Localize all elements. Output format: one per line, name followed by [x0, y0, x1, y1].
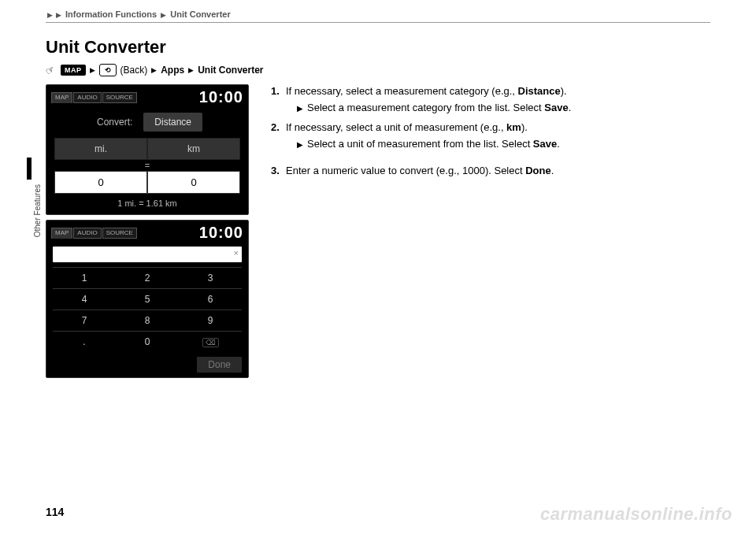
key-4[interactable]: 4 [53, 288, 116, 310]
key-3[interactable]: 3 [179, 267, 242, 288]
unit-right[interactable]: km [147, 138, 240, 160]
key-1[interactable]: 1 [53, 267, 116, 288]
tab-map[interactable]: MAP [51, 228, 72, 239]
step-text: ). [561, 85, 567, 97]
screen-converter: MAP AUDIO SOURCE 10:00 Convert: Distance… [46, 84, 249, 215]
back-label: (Back) [120, 65, 148, 76]
triangle-right-icon: ▶ [161, 11, 166, 19]
nav-apps: Apps [161, 65, 184, 76]
key-0[interactable]: 0 [116, 331, 179, 352]
unit-left[interactable]: mi. [54, 138, 147, 160]
tab-audio[interactable]: AUDIO [73, 228, 101, 239]
triangle-right-icon: ▶ [47, 11, 53, 19]
breadcrumb-page: Unit Converter [170, 9, 230, 19]
nav-unitconv: Unit Converter [198, 65, 263, 76]
hand-icon: ☞ [43, 63, 57, 78]
key-8[interactable]: 8 [116, 310, 179, 331]
step-num: 2. [271, 121, 282, 152]
equals-label: = [46, 161, 248, 170]
substep-text: . [569, 102, 572, 113]
keypad: 1 2 3 4 5 6 7 8 9 . 0 ⌫ [53, 267, 242, 352]
step-text: Enter a numeric value to convert (e.g., … [286, 165, 525, 176]
clock: 10:00 [199, 88, 243, 106]
numeric-input[interactable]: × [53, 247, 242, 262]
triangle-right-icon: ▶ [297, 139, 303, 152]
triangle-right-icon: ▶ [56, 11, 61, 19]
key-7[interactable]: 7 [53, 310, 116, 331]
key-9[interactable]: 9 [179, 310, 242, 331]
step-text: ). [521, 121, 528, 133]
side-label: Other Features [33, 184, 42, 237]
instructions: 1. If necessary, select a measurement ca… [271, 84, 710, 184]
step-bold: Done [525, 165, 551, 176]
breadcrumb: ▶▶ Information Functions ▶ Unit Converte… [46, 9, 710, 19]
watermark: carmanualsonline.info [540, 504, 732, 525]
tab-source[interactable]: SOURCE [102, 228, 137, 239]
triangle-right-icon: ▶ [188, 66, 194, 74]
clock: 10:00 [199, 224, 243, 242]
step-num: 1. [271, 84, 282, 116]
tab-source[interactable]: SOURCE [102, 92, 137, 103]
substep-text: Select a measurement category from the l… [307, 102, 544, 113]
tab-audio[interactable]: AUDIO [73, 92, 101, 103]
clear-icon[interactable]: × [234, 248, 239, 258]
breadcrumb-section: Information Functions [65, 9, 157, 19]
side-bar [27, 158, 32, 180]
category-button[interactable]: Distance [143, 113, 202, 132]
key-6[interactable]: 6 [179, 288, 242, 310]
done-button[interactable]: Done [197, 357, 242, 373]
triangle-right-icon: ▶ [90, 66, 95, 74]
back-icon: ⟲ [99, 64, 117, 76]
key-backspace[interactable]: ⌫ [179, 331, 242, 352]
tab-map[interactable]: MAP [51, 92, 72, 103]
substep-text: . [557, 138, 560, 150]
substep-bold: Save [544, 102, 568, 113]
triangle-right-icon: ▶ [151, 66, 157, 74]
screen-keypad: MAP AUDIO SOURCE 10:00 × 1 2 3 4 5 6 7 8 [46, 220, 249, 378]
step-text: If necessary, select a unit of measureme… [286, 121, 506, 133]
value-right[interactable]: 0 [147, 171, 240, 194]
key-5[interactable]: 5 [116, 288, 179, 310]
step-text: If necessary, select a measurement categ… [286, 85, 518, 97]
substep-bold: Save [533, 138, 557, 150]
step-bold: Distance [518, 85, 561, 97]
divider [46, 22, 710, 23]
step-num: 3. [271, 164, 282, 179]
key-2[interactable]: 2 [116, 267, 179, 288]
nav-path: ☞ MAP ▶ ⟲ (Back) ▶ Apps ▶ Unit Converter [46, 64, 710, 76]
convert-label: Convert: [92, 113, 137, 132]
formula-label: 1 mi. = 1.61 km [46, 198, 248, 208]
backspace-icon: ⌫ [202, 338, 219, 347]
map-badge: MAP [61, 65, 86, 76]
side-tab: Other Features [27, 158, 41, 236]
page-number: 114 [46, 506, 64, 518]
screenshot-column: MAP AUDIO SOURCE 10:00 Convert: Distance… [46, 84, 250, 378]
substep-text: Select a unit of measurement from the li… [307, 138, 533, 150]
key-dot[interactable]: . [53, 331, 116, 352]
value-left[interactable]: 0 [54, 171, 147, 194]
triangle-right-icon: ▶ [297, 103, 303, 116]
page-title: Unit Converter [46, 37, 710, 57]
step-text: . [551, 165, 554, 176]
step-bold: km [506, 121, 521, 133]
